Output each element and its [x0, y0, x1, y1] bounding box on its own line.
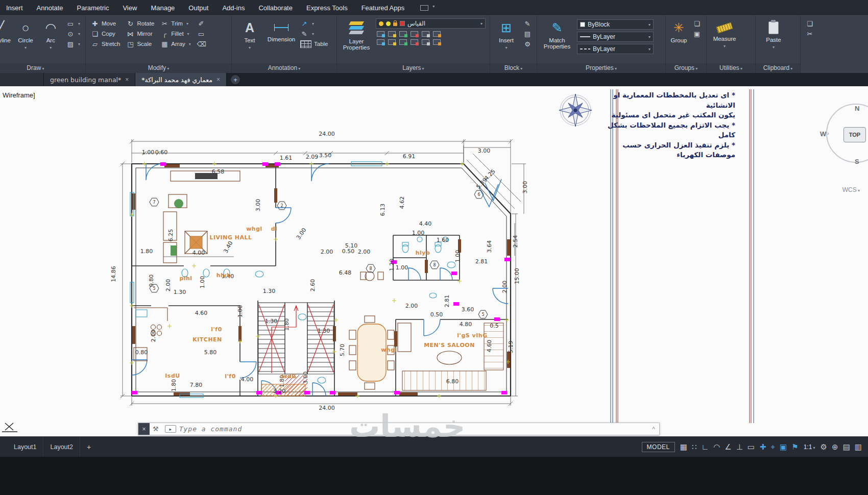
- close-icon[interactable]: ×: [138, 423, 150, 435]
- polar-tracking-icon[interactable]: ◠: [713, 443, 720, 451]
- layer-lock-icon[interactable]: [393, 22, 397, 26]
- hatch-button[interactable]: ▨: [65, 39, 81, 49]
- insert-button[interactable]: ⊞ Insert: [494, 18, 518, 51]
- new-tab-button[interactable]: +: [231, 75, 240, 84]
- linetype-select[interactable]: ByLayer: [577, 44, 654, 54]
- text-button[interactable]: A Text: [236, 18, 263, 51]
- layer-thaw-button[interactable]: [388, 39, 396, 45]
- move-button[interactable]: ✚Move: [90, 18, 121, 29]
- overflow-copy-button[interactable]: ❏: [805, 18, 815, 29]
- viewcube-south[interactable]: S: [855, 158, 859, 165]
- ribbon-tab-output[interactable]: Output: [188, 4, 208, 12]
- ribbon-tab-featured-apps[interactable]: Featured Apps: [361, 4, 405, 12]
- draw-panel-label[interactable]: Draw: [0, 63, 85, 73]
- dimension-button[interactable]: Dimension: [268, 18, 295, 42]
- osnap-icon[interactable]: ⊥: [736, 443, 743, 451]
- file-tab[interactable]: *معماري فهد محمد البراكة×: [135, 73, 227, 86]
- close-icon[interactable]: ×: [216, 76, 220, 83]
- command-line[interactable]: × ⚒ ▸ ^: [138, 423, 660, 435]
- mirror-button[interactable]: ⋈Mirror: [125, 29, 155, 39]
- add-layout-button[interactable]: +: [80, 437, 98, 457]
- model-space-button[interactable]: MODEL: [642, 442, 675, 452]
- object-color-select[interactable]: ByBlock: [577, 19, 654, 30]
- viewcube[interactable]: N W S › TOP: [812, 97, 868, 179]
- clipboard-panel-label[interactable]: Clipboard: [756, 63, 800, 73]
- group-button[interactable]: ✳ Group: [670, 18, 688, 43]
- selection-cycling-icon[interactable]: ▣: [780, 443, 787, 451]
- match-properties-button[interactable]: ✎ Match Properties: [541, 18, 573, 50]
- customize-wrench-icon[interactable]: ⚒: [153, 425, 159, 433]
- layer-properties-button[interactable]: Layer Properties: [341, 18, 372, 51]
- isolate-objects-icon[interactable]: ▤: [843, 443, 850, 451]
- circle-button[interactable]: ○ Circle: [15, 18, 36, 51]
- ungroup-button[interactable]: ❏: [692, 18, 702, 29]
- stretch-button[interactable]: ▱Stretch: [90, 39, 121, 49]
- layer-off-button[interactable]: [377, 31, 384, 37]
- command-input[interactable]: [179, 425, 648, 433]
- utilities-panel-label[interactable]: Utilities: [707, 63, 755, 73]
- ribbon-tab-add-ins[interactable]: Add-ins: [222, 4, 245, 12]
- copy-button[interactable]: ❏Copy: [90, 29, 121, 39]
- ribbon-display-toggle-icon[interactable]: [420, 5, 428, 11]
- text-style-button[interactable]: ✎: [299, 29, 329, 39]
- isodraft-icon[interactable]: ∠: [725, 443, 731, 451]
- explode-button[interactable]: ▭: [196, 29, 206, 39]
- collapse-icon[interactable]: ^: [648, 426, 659, 433]
- block-attributes-button[interactable]: ⚙: [522, 39, 533, 49]
- offset-button[interactable]: ⌫: [196, 39, 206, 49]
- lineweight-icon[interactable]: ▭: [748, 443, 755, 451]
- layer-match-button[interactable]: [422, 31, 429, 37]
- trim-button[interactable]: ✂Trim: [159, 18, 192, 29]
- overflow-cut-button[interactable]: ✂: [805, 29, 815, 39]
- viewcube-west[interactable]: W: [820, 130, 826, 138]
- block-panel-label[interactable]: Block: [490, 63, 537, 73]
- drawing-canvas[interactable]: 24.0024.0014.8615.003.003.002.544.255.39…: [0, 86, 868, 436]
- clean-screen-icon[interactable]: ▥: [855, 443, 862, 451]
- viewcube-top-face[interactable]: TOP: [843, 127, 866, 142]
- layer-freeze-button[interactable]: [399, 31, 407, 37]
- layer-unisolate-button[interactable]: [377, 39, 384, 45]
- file-tab[interactable]: green building manal*×: [44, 73, 135, 86]
- layer-color-swatch[interactable]: [400, 21, 405, 26]
- annotation-scale-button[interactable]: 1:1: [804, 443, 815, 451]
- layer-select[interactable]: القياس: [376, 18, 486, 29]
- layer-copy-button[interactable]: [422, 39, 429, 45]
- layer-walk-button[interactable]: [433, 39, 441, 45]
- floor-plan-svg[interactable]: 24.0024.0014.8615.003.003.002.544.255.39…: [0, 86, 868, 436]
- viewport-controls-label[interactable]: Wireframe]: [3, 91, 35, 99]
- measure-button[interactable]: Measure: [711, 18, 738, 50]
- layer-isolate-button[interactable]: [388, 31, 396, 37]
- groups-panel-label[interactable]: Groups: [666, 63, 706, 73]
- zoom-icon[interactable]: ⊕: [832, 443, 838, 451]
- viewcube-rotate-arrow-icon[interactable]: ›: [827, 130, 829, 136]
- arc-button[interactable]: ◠ Arc: [40, 18, 61, 51]
- workspace-icon[interactable]: ⚑: [791, 443, 798, 451]
- layer-freeze-sun-icon[interactable]: [386, 21, 391, 26]
- rectangle-button[interactable]: ▭: [65, 18, 81, 29]
- edit-block-button[interactable]: ▤: [522, 29, 533, 39]
- properties-panel-label[interactable]: Properties: [537, 63, 665, 73]
- layers-panel-label[interactable]: Layers: [337, 63, 490, 73]
- file-tab-partial[interactable]: [0, 73, 44, 86]
- ortho-icon[interactable]: ∟: [701, 443, 709, 451]
- leader-button[interactable]: ↗: [299, 18, 329, 29]
- ribbon-tab-annotate[interactable]: Annotate: [37, 4, 63, 12]
- ribbon-tab-collaborate[interactable]: Collaborate: [258, 4, 293, 12]
- polyline-button[interactable]: ╱ Polyline: [0, 18, 11, 43]
- modify-panel-label[interactable]: Modify: [86, 63, 231, 73]
- rotate-button[interactable]: ↻Rotate: [125, 18, 155, 29]
- layer-on-bulb-icon[interactable]: [379, 21, 383, 26]
- table-button[interactable]: Table: [299, 39, 329, 49]
- layer-lock-button[interactable]: [411, 31, 418, 37]
- array-button[interactable]: ▦Array: [159, 39, 192, 49]
- grid-icon[interactable]: ▦: [680, 443, 687, 451]
- crosshair-icon[interactable]: ✚: [760, 443, 766, 451]
- customization-gear-icon[interactable]: ⚙: [821, 443, 827, 451]
- object-tracking-icon[interactable]: ⌖: [771, 443, 775, 451]
- create-block-button[interactable]: ✎: [522, 18, 533, 29]
- ribbon-tab-view[interactable]: View: [123, 4, 137, 12]
- paste-button[interactable]: Paste: [760, 18, 787, 51]
- layer-prev-button[interactable]: [433, 31, 441, 37]
- layer-current-button[interactable]: [411, 39, 418, 45]
- ribbon-tab-express-tools[interactable]: Express Tools: [306, 4, 348, 12]
